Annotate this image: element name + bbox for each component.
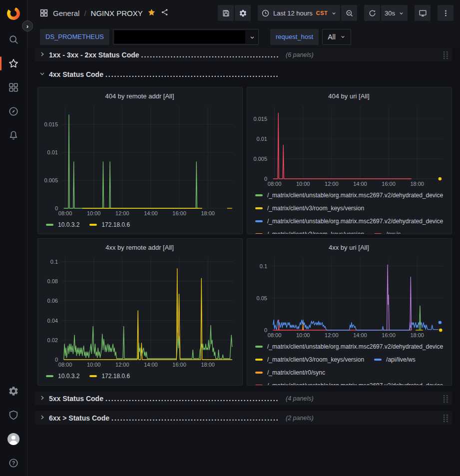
legend-item[interactable]: /_matrix/client/unstable/org.matrix.msc2… [255, 382, 443, 385]
legend-series-color [255, 220, 263, 222]
chevron-down-icon [340, 34, 346, 39]
gear-icon [239, 9, 247, 17]
timezone-label: CST [316, 10, 328, 16]
header: General / NGINX PROXY [27, 0, 460, 47]
time-series-plot[interactable]: 08:0010:0012:0014:0016:0018:0000.0050.01… [251, 102, 447, 188]
svg-text:0.02: 0.02 [47, 337, 58, 343]
time-range-picker[interactable]: Last 12 hours CST [258, 5, 340, 21]
legend-item[interactable]: /_matrix/client/unstable/org.matrix.msc2… [255, 343, 443, 350]
legend-row: /_matrix/client/unstable/org.matrix.msc2… [255, 340, 447, 353]
legend-series-label: 172.18.0.6 [101, 373, 130, 380]
panel-title[interactable]: 4xx by remote addr [All] [42, 242, 237, 254]
legend-series-label: /_matrix/client/unstable/org.matrix.msc2… [267, 218, 443, 225]
legend-item[interactable]: /sw.js [374, 231, 401, 234]
gear-icon [8, 386, 19, 397]
shield-icon [8, 410, 19, 421]
legend-item[interactable]: /_matrix/client/unstable/org.matrix.msc2… [255, 192, 443, 199]
sidebar-item-starred[interactable] [3, 53, 23, 73]
sidebar-item-explore[interactable] [3, 101, 23, 121]
legend-item[interactable]: 172.18.0.6 [89, 373, 130, 380]
legend-item[interactable]: /_matrix/client/v3/room_keys/version [255, 205, 364, 212]
compass-icon [8, 106, 19, 117]
legend-row: /_matrix/client/v3/room_keys/version [255, 202, 447, 215]
refresh-interval-picker[interactable]: 30s [381, 5, 408, 21]
variable-value-request-host[interactable]: All [322, 29, 351, 45]
time-range-label: Last 12 hours [273, 9, 313, 17]
row-drag-handle[interactable] [443, 395, 449, 403]
svg-text:0: 0 [55, 205, 58, 211]
sidebar-expand-button[interactable]: › [22, 20, 33, 31]
sidebar-item-server-admin[interactable] [3, 405, 23, 425]
legend-row: /_matrix/client/unstable/org.matrix.msc2… [255, 379, 447, 385]
zoom-out-icon [345, 9, 354, 17]
legend-series-label: /_matrix/client/v3/room_keys/version [267, 231, 364, 234]
top-navigation: General / NGINX PROXY [27, 0, 460, 26]
legend-item[interactable]: 10.0.3.2 [46, 373, 79, 380]
legend-series-label: 10.0.3.2 [58, 221, 79, 228]
variable-label-ds-prometheus[interactable]: DS_PROMETHEUS [40, 29, 109, 45]
row-header-6xx[interactable]: 6xx > Status Code ......................… [35, 411, 452, 425]
svg-text:0.1: 0.1 [260, 263, 267, 269]
legend-item[interactable]: /api/live/ws [374, 356, 416, 363]
share-button[interactable] [160, 8, 169, 18]
row-title: 6xx > Status Code [49, 414, 109, 422]
apps-grid-icon [39, 8, 48, 17]
time-series-plot[interactable]: 08:0010:0012:0014:0016:0018:0000.050.1 [251, 254, 447, 339]
legend-item[interactable]: /_matrix/client/unstable/org.matrix.msc2… [255, 218, 443, 225]
share-icon [160, 8, 169, 16]
legend-series-color [255, 385, 263, 385]
svg-text:12:00: 12:00 [325, 332, 339, 338]
row-header-5xx[interactable]: 5xx Status Code ........................… [35, 392, 452, 405]
grafana-logo[interactable] [3, 3, 23, 23]
svg-text:0.015: 0.015 [44, 121, 58, 127]
panel-title[interactable]: 404 by remote addr [All] [42, 90, 237, 102]
more-options-button[interactable] [438, 5, 454, 21]
sidebar-item-profile[interactable] [3, 429, 23, 449]
legend-item[interactable]: 10.0.3.2 [46, 221, 79, 228]
svg-text:16:00: 16:00 [172, 210, 186, 216]
breadcrumb-dashboard[interactable]: NGINX PROXY [91, 9, 143, 17]
save-dashboard-button[interactable] [218, 5, 234, 21]
panel-title[interactable]: 404 by uri [All] [251, 90, 447, 102]
legend-item[interactable]: 172.18.0.6 [89, 221, 130, 228]
legend-item[interactable]: /_matrix/client/v3/room_keys/version [255, 231, 364, 234]
variable-value-ds-prometheus[interactable] [113, 29, 259, 45]
svg-text:?: ? [12, 461, 15, 466]
kebab-menu-icon [442, 9, 450, 17]
legend-item[interactable]: /_matrix/client/v3/room_keys/version [255, 356, 364, 363]
legend-item[interactable]: /_matrix/client/r0/sync [255, 369, 325, 376]
panel-title[interactable]: 4xx by uri [All] [251, 242, 447, 254]
zoom-out-time-button[interactable] [341, 5, 357, 21]
time-series-plot[interactable]: 08:0010:0012:0014:0016:0018:0000.020.040… [42, 254, 237, 369]
breadcrumb-folder[interactable]: General [53, 9, 79, 17]
sidebar-item-help[interactable]: ? [3, 453, 23, 473]
row-title: 5xx Status Code [49, 395, 103, 403]
breadcrumb-separator: / [84, 9, 86, 17]
variable-label-request-host[interactable]: request_host [270, 29, 319, 45]
dashboard-settings-button[interactable] [235, 5, 251, 21]
legend: 10.0.3.2172.18.0.6 [42, 217, 237, 234]
time-series-plot[interactable]: 08:0010:0012:0014:0016:0018:0000.0050.01… [42, 102, 237, 217]
favorite-star-button[interactable] [147, 8, 156, 18]
sidebar-item-configuration[interactable] [3, 381, 23, 401]
legend-series-color [89, 375, 97, 377]
dashboard-variables: DS_PROMETHEUS request_host All [27, 26, 460, 47]
legend-row: 10.0.3.2172.18.0.6 [46, 370, 237, 383]
sidebar-item-alerting[interactable] [3, 125, 23, 145]
clock-icon [261, 9, 270, 17]
chevron-down-icon [39, 70, 49, 79]
legend-series-label: /api/live/ws [386, 356, 416, 363]
sidebar-item-dashboards[interactable] [3, 77, 23, 97]
sidebar-item-search[interactable] [3, 29, 23, 49]
svg-text:18:00: 18:00 [410, 332, 424, 338]
row-header-4xx[interactable]: 4xx Status Code ........................… [35, 67, 452, 81]
svg-text:14:00: 14:00 [144, 210, 158, 216]
panel-404-by-remote-addr: 404 by remote addr [All]08:0010:0012:001… [37, 87, 243, 234]
svg-text:0: 0 [55, 357, 58, 363]
row-header-1xx-3xx-2xx[interactable]: 1xx - 3xx - 2xx Status Code ............… [35, 48, 452, 61]
tv-mode-button[interactable] [415, 5, 431, 21]
refresh-button[interactable] [364, 5, 380, 21]
grafana-flame-icon [6, 6, 21, 21]
row-drag-handle[interactable] [443, 414, 449, 422]
row-drag-handle[interactable] [443, 51, 449, 59]
